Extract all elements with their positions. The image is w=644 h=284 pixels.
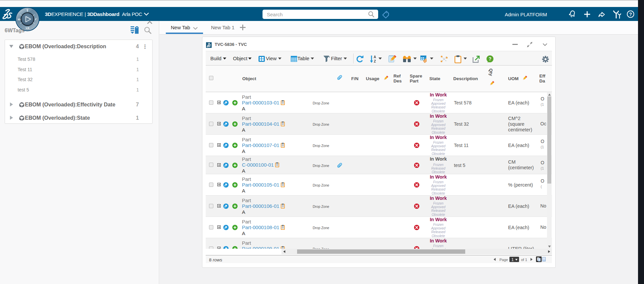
svg-text:?: ? xyxy=(629,12,632,17)
svg-text:i²: i² xyxy=(35,18,37,21)
svg-text:?: ? xyxy=(488,56,491,62)
svg-text:A: A xyxy=(374,55,376,59)
svg-text:3D: 3D xyxy=(18,18,21,21)
svg-text:V.R: V.R xyxy=(26,27,29,29)
svg-text:Z: Z xyxy=(374,60,376,63)
